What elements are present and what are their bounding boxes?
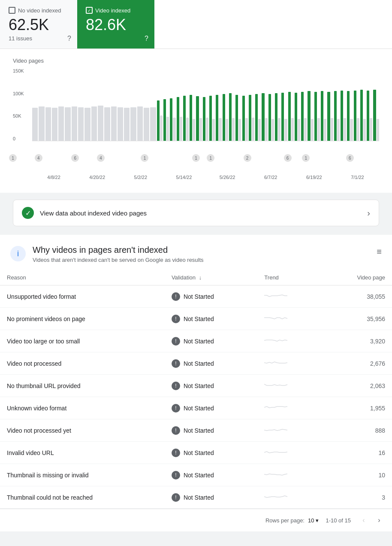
gray-bar xyxy=(337,119,340,141)
green-bar xyxy=(367,91,369,141)
table-row[interactable]: Video too large or too small!Not Started… xyxy=(0,330,392,352)
validation-text: Not Started xyxy=(184,360,214,367)
view-data-link[interactable]: ✓ View data about indexed video pages › xyxy=(13,200,379,226)
green-bar xyxy=(360,90,363,141)
gray-bar xyxy=(252,118,254,141)
chart-badge: 1 xyxy=(9,154,17,162)
trend-sparkline xyxy=(264,448,290,456)
green-bar xyxy=(295,93,297,141)
not-started-icon: ! xyxy=(172,382,180,390)
trend-sparkline xyxy=(264,336,290,345)
bar-group xyxy=(39,106,44,141)
table-row[interactable]: Invalid video URL!Not Started16 xyxy=(0,442,392,464)
bar-group xyxy=(52,108,57,141)
gray-bar xyxy=(193,119,195,141)
col-validation: Validation ↓ xyxy=(165,270,257,285)
bar-group xyxy=(268,94,274,141)
trend-cell xyxy=(257,330,323,352)
trend-cell xyxy=(257,352,323,375)
table-row[interactable]: Video not processed yet!Not Started888 xyxy=(0,419,392,442)
not-started-icon: ! xyxy=(172,337,180,346)
gray-bar xyxy=(144,108,149,141)
gray-bar xyxy=(45,107,51,141)
trend-sparkline xyxy=(264,314,290,322)
green-bar xyxy=(223,94,225,141)
bar-group xyxy=(78,107,84,141)
gray-bar xyxy=(78,107,84,141)
gray-bar xyxy=(39,106,44,141)
table-row[interactable]: Thumbnail could not be reached!Not Start… xyxy=(0,486,392,509)
chevron-right-icon: › xyxy=(367,208,370,218)
not-started-icon: ! xyxy=(172,449,180,457)
table-row[interactable]: Unsupported video format!Not Started38,0… xyxy=(0,285,392,308)
trend-sparkline xyxy=(264,381,290,389)
green-bar xyxy=(242,96,245,141)
green-bar xyxy=(354,91,356,141)
x-label: 4/20/22 xyxy=(75,175,119,180)
bar-group xyxy=(65,107,70,141)
chart-section: Video pages 150K 100K 50K 0 14641112616 … xyxy=(0,49,392,193)
not-started-icon: ! xyxy=(172,471,180,479)
video-page-count: 888 xyxy=(323,419,392,442)
green-bar xyxy=(163,99,166,141)
trend-cell xyxy=(257,464,323,486)
green-bar xyxy=(301,92,304,141)
video-indexed-label: Video indexed xyxy=(86,7,146,14)
validation-cell: !Not Started xyxy=(165,352,257,375)
green-bar xyxy=(347,91,350,141)
table-row[interactable]: Thumbnail is missing or invalid!Not Star… xyxy=(0,464,392,486)
bar-group xyxy=(229,93,235,141)
table-row[interactable]: Video not processed!Not Started2,676 xyxy=(0,352,392,375)
validation-text: Not Started xyxy=(184,427,214,434)
gray-bar xyxy=(91,106,97,141)
validation-cell: !Not Started xyxy=(165,486,257,509)
video-page-count: 16 xyxy=(323,442,392,464)
gray-bar xyxy=(344,118,346,141)
chart-badge: 1 xyxy=(302,154,310,162)
green-bar xyxy=(229,93,232,141)
validation-cell: !Not Started xyxy=(165,375,257,397)
y-labels: 150K 100K 50K 0 xyxy=(13,68,30,141)
gray-bar xyxy=(258,119,261,141)
green-bar xyxy=(288,92,291,141)
prev-page-button[interactable]: ‹ xyxy=(358,514,370,526)
filter-icon[interactable]: ≡ xyxy=(377,247,382,257)
green-bar xyxy=(373,90,376,141)
gray-bar xyxy=(331,118,333,141)
gray-bar xyxy=(317,118,320,141)
table-row[interactable]: No thumbnail URL provided!Not Started2,0… xyxy=(0,375,392,397)
gray-bar xyxy=(324,119,326,141)
gray-bar xyxy=(124,108,130,141)
next-page-button[interactable]: › xyxy=(373,514,385,526)
video-indexed-card: Video indexed 82.6K ? xyxy=(77,0,154,49)
green-bar xyxy=(235,95,238,141)
not-started-icon: ! xyxy=(172,404,180,413)
table-row[interactable]: Unknown video format!Not Started1,955 xyxy=(0,397,392,419)
table-row[interactable]: No prominent videos on page!Not Started3… xyxy=(0,308,392,330)
rows-dropdown-icon[interactable]: ▾ xyxy=(316,517,319,524)
bar-group xyxy=(242,96,248,141)
validation-cell: !Not Started xyxy=(165,397,257,419)
bar-group xyxy=(301,92,307,141)
x-label: 5/26/22 xyxy=(206,175,249,180)
bar-group xyxy=(144,108,149,141)
video-indexed-help-icon[interactable]: ? xyxy=(145,35,148,42)
x-label: 5/14/22 xyxy=(162,175,205,180)
y-label-100k: 100K xyxy=(13,91,30,96)
gray-bar xyxy=(278,118,280,141)
green-bar xyxy=(203,97,205,141)
sort-down-icon[interactable]: ↓ xyxy=(199,274,202,281)
green-bar xyxy=(209,96,212,141)
bar-group xyxy=(98,106,103,141)
green-bar xyxy=(177,97,179,141)
green-bar xyxy=(216,95,218,141)
gray-bar xyxy=(212,119,215,141)
view-data-link-text: View data about indexed video pages xyxy=(40,209,367,217)
x-label: 5/2/22 xyxy=(119,175,162,180)
bar-group xyxy=(190,95,195,141)
chart-badge: 4 xyxy=(35,154,42,162)
validation-cell: !Not Started xyxy=(165,330,257,352)
table-body: Unsupported video format!Not Started38,0… xyxy=(0,285,392,509)
no-video-help-icon[interactable]: ? xyxy=(67,35,71,42)
rows-per-page-select[interactable]: 10 ▾ xyxy=(308,517,319,524)
